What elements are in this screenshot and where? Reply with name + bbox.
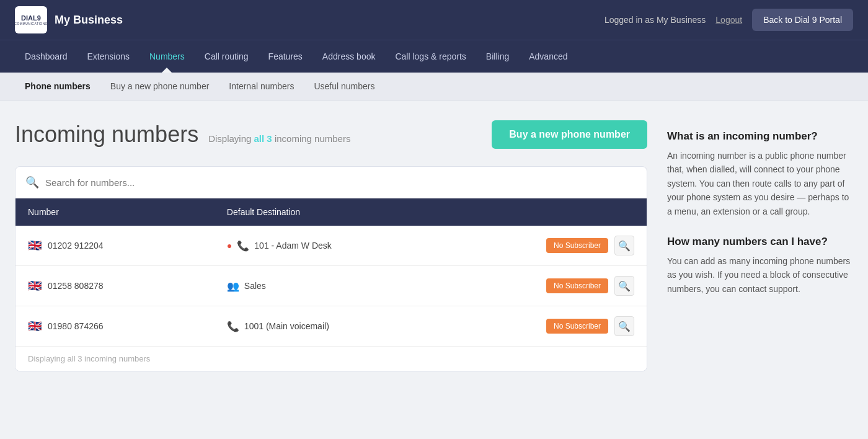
action-cell-3: No Subscriber 🔍 [546, 316, 634, 336]
sidebar-q1: What is an incoming number? [667, 130, 853, 143]
no-subscriber-badge-3: No Subscriber [546, 319, 608, 334]
number-cell-3: 🇬🇧 01980 874266 [28, 319, 202, 333]
search-row-button-1[interactable]: 🔍 [614, 236, 634, 255]
sub-nav: Phone numbers Buy a new phone number Int… [0, 73, 868, 100]
col-number: Number [16, 198, 215, 226]
number-cell-2: 🇬🇧 01258 808278 [28, 279, 202, 293]
destination-1: 101 - Adam W Desk [254, 241, 332, 251]
nav-item-dashboard[interactable]: Dashboard [15, 40, 78, 73]
sidebar-a1: An incoming number is a public phone num… [667, 149, 853, 218]
display-count-prefix: Displaying [208, 133, 251, 144]
group-icon-2: 👥 [227, 280, 239, 292]
dest-cell-1: ● 📞 101 - Adam W Desk [227, 240, 332, 252]
phone-number-2: 01258 808278 [48, 281, 104, 291]
flag-icon-1: 🇬🇧 [28, 239, 42, 252]
subnav-phone-numbers[interactable]: Phone numbers [15, 73, 100, 100]
phone-icon-1: 📞 [237, 240, 249, 252]
destination-2: Sales [244, 281, 266, 291]
logo-area: DIAL9 COMMUNICATIONS My Business [15, 6, 123, 33]
page-header: Incoming numbers Displaying all 3 incomi… [15, 120, 647, 149]
destination-3: 1001 (Main voicemail) [244, 321, 329, 331]
sidebar-a2: You can add as many incoming phone numbe… [667, 254, 853, 296]
main-section: Incoming numbers Displaying all 3 incomi… [15, 120, 647, 371]
flag-icon-2: 🇬🇧 [28, 279, 42, 293]
action-cell-2: No Subscriber 🔍 [546, 276, 634, 296]
table-row: 🇬🇧 01202 912204 ● 📞 101 - Adam W Desk [16, 226, 647, 266]
brand-name: My Business [55, 14, 123, 27]
search-row-button-3[interactable]: 🔍 [614, 316, 634, 336]
nav-item-billing[interactable]: Billing [476, 40, 519, 73]
search-input[interactable] [45, 177, 637, 188]
numbers-table-card: 🔍 Number Default Destination [15, 166, 647, 371]
back-to-portal-button[interactable]: Back to Dial 9 Portal [752, 9, 853, 31]
logo: DIAL9 COMMUNICATIONS [15, 6, 47, 33]
table-row: 🇬🇧 01258 808278 👥 Sales [16, 266, 647, 306]
top-right-actions: Logged in as My Business Logout Back to … [604, 9, 853, 31]
phone-number-3: 01980 874266 [48, 321, 104, 331]
table-row: 🇬🇧 01980 874266 📞 1001 (Main voicemail) [16, 306, 647, 347]
page-title: Incoming numbers [15, 122, 198, 148]
nav-item-call-logs[interactable]: Call logs & reports [385, 40, 476, 73]
nav-item-advanced[interactable]: Advanced [519, 40, 577, 73]
dest-cell-3: 📞 1001 (Main voicemail) [227, 321, 329, 332]
nav-item-call-routing[interactable]: Call routing [195, 40, 259, 73]
number-cell-1: 🇬🇧 01202 912204 [28, 239, 202, 252]
logo-text: DIAL9 [21, 15, 41, 22]
info-sidebar: What is an incoming number? An incoming … [667, 120, 853, 371]
nav-item-address-book[interactable]: Address book [312, 40, 386, 73]
no-subscriber-badge-2: No Subscriber [546, 278, 608, 293]
sidebar-q2: How many numbers can I have? [667, 236, 853, 248]
action-cell-1: No Subscriber 🔍 [546, 236, 634, 255]
nav-item-features[interactable]: Features [259, 40, 312, 73]
search-row-button-2[interactable]: 🔍 [614, 276, 634, 296]
col-destination: Default Destination [215, 198, 647, 226]
page-header-left: Incoming numbers Displaying all 3 incomi… [15, 122, 350, 148]
logo-sub: COMMUNICATIONS [14, 22, 47, 25]
main-nav: Dashboard Extensions Numbers Call routin… [0, 40, 868, 73]
nav-item-extensions[interactable]: Extensions [78, 40, 140, 73]
buy-phone-number-button[interactable]: Buy a new phone number [492, 120, 647, 149]
subnav-useful-numbers[interactable]: Useful numbers [304, 73, 384, 100]
table-footer: Displaying all 3 incoming numbers [16, 346, 647, 371]
display-count-highlight: all 3 [254, 133, 272, 144]
nav-item-numbers[interactable]: Numbers [140, 40, 195, 73]
numbers-table: Number Default Destination 🇬🇧 01202 9122… [16, 198, 647, 346]
search-bar: 🔍 [16, 167, 647, 198]
phone-number-1: 01202 912204 [48, 241, 104, 251]
page-content: Incoming numbers Displaying all 3 incomi… [0, 100, 868, 391]
display-count-suffix: incoming numbers [275, 133, 351, 144]
dest-cell-2: 👥 Sales [227, 280, 266, 292]
flag-icon-3: 🇬🇧 [28, 319, 42, 333]
top-bar: DIAL9 COMMUNICATIONS My Business Logged … [0, 0, 868, 40]
subnav-buy-number[interactable]: Buy a new phone number [100, 73, 219, 100]
voicemail-icon-3: 📞 [227, 321, 239, 332]
display-count: Displaying all 3 incoming numbers [208, 133, 350, 144]
recording-icon-1: ● [227, 241, 232, 251]
no-subscriber-badge-1: No Subscriber [546, 238, 608, 253]
search-icon: 🔍 [25, 175, 39, 189]
logout-button[interactable]: Logout [715, 15, 742, 25]
logged-in-label: Logged in as My Business [604, 15, 706, 25]
subnav-internal-numbers[interactable]: Internal numbers [219, 73, 304, 100]
